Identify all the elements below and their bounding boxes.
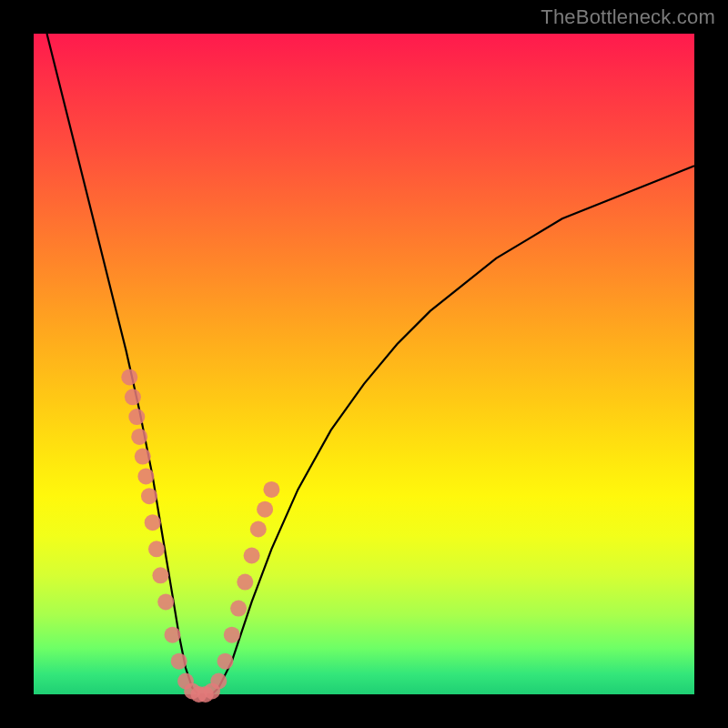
bead-point — [257, 501, 273, 518]
bead-point — [237, 574, 253, 591]
bead-point — [244, 548, 260, 564]
bead-point — [141, 488, 157, 504]
bead-point — [210, 673, 227, 690]
bead-group — [121, 369, 279, 703]
watermark-text: TheBottleneck.com — [541, 5, 715, 29]
bead-point — [165, 627, 181, 643]
bead-point — [152, 567, 168, 583]
bead-point — [131, 429, 147, 445]
bead-point — [135, 449, 151, 465]
bead-point — [250, 521, 267, 538]
bead-point — [121, 369, 137, 386]
bead-point — [137, 468, 154, 484]
bead-point — [230, 601, 247, 617]
bead-point — [125, 389, 141, 405]
chart-frame: TheBottleneck.com — [0, 0, 728, 728]
bead-point — [171, 653, 187, 670]
plot-area — [34, 34, 694, 694]
bead-point — [128, 409, 145, 425]
bottleneck-curve — [47, 34, 695, 694]
bead-point — [263, 481, 279, 498]
bead-point — [217, 653, 234, 670]
bead-point — [224, 627, 240, 643]
curve-svg — [34, 34, 694, 694]
bead-point — [148, 541, 165, 557]
bead-point — [157, 593, 174, 610]
bead-point — [145, 514, 161, 531]
